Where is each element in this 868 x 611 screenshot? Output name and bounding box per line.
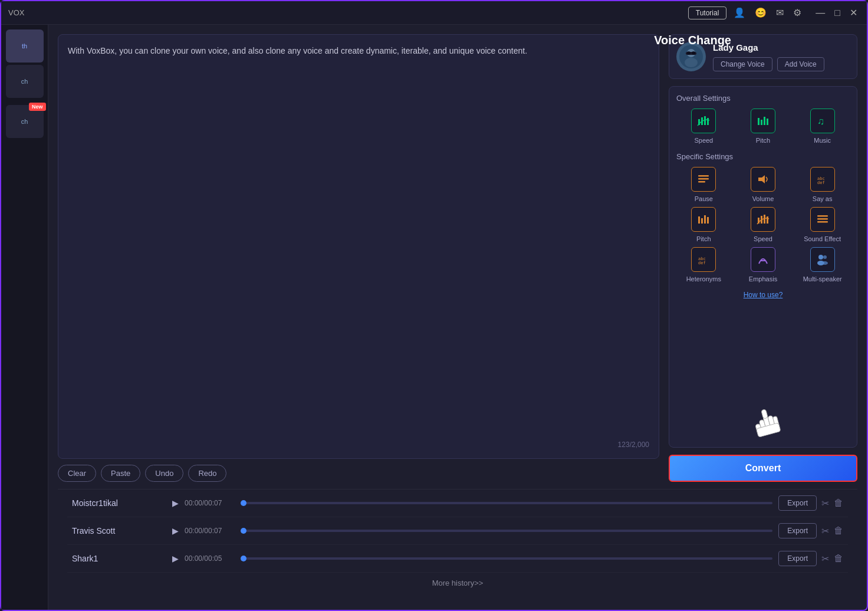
scissor-icon-0[interactable]: ✂	[821, 498, 829, 509]
tutorial-button[interactable]: Tutorial	[688, 6, 727, 19]
undo-button[interactable]: Undo	[145, 465, 183, 482]
settings-panel: Overall Settings Speed	[669, 86, 857, 448]
sound-effect-label: Sound Effect	[804, 235, 841, 242]
pitch2-label: Pitch	[696, 235, 711, 242]
content-area: With VoxBox, you can clone your own voic…	[48, 25, 867, 610]
scissor-icon-2[interactable]: ✂	[821, 553, 829, 564]
svg-point-3	[687, 51, 691, 55]
svg-rect-23	[701, 218, 703, 224]
setting-pitch[interactable]: Pitch	[736, 109, 791, 144]
progress-dot-0	[241, 500, 246, 506]
pitch-label: Pitch	[756, 137, 770, 144]
time-display-1: 00:00/00:07	[185, 527, 238, 535]
play-button-1[interactable]: ▶	[172, 526, 179, 536]
minimize-button[interactable]: —	[813, 7, 827, 18]
add-voice-button[interactable]: Add Voice	[777, 57, 824, 71]
export-button-0[interactable]: Export	[778, 495, 817, 511]
voice-name: Lady Gaga	[713, 42, 850, 52]
sidebar-label-2: ch	[21, 78, 28, 85]
svg-marker-19	[758, 175, 765, 183]
maximize-button[interactable]: □	[832, 7, 843, 18]
multi-speaker-label: Multi-speaker	[803, 275, 842, 282]
sidebar-item-3[interactable]: ch New	[6, 105, 44, 138]
history-name-1: Travis Scott	[72, 526, 166, 536]
overall-settings-title: Overall Settings	[676, 94, 850, 103]
export-button-2[interactable]: Export	[778, 551, 817, 566]
change-voice-button[interactable]: Change Voice	[713, 57, 772, 71]
setting-heteronyms[interactable]: abcdef Heteronyms	[676, 247, 731, 282]
setting-music[interactable]: ♫ Music	[795, 109, 850, 144]
text-editor[interactable]: With VoxBox, you can clone your own voic…	[58, 34, 659, 459]
pause-icon	[691, 167, 716, 192]
speed2-label: Speed	[754, 235, 772, 242]
clear-button[interactable]: Clear	[58, 465, 96, 482]
setting-multi-speaker[interactable]: Multi-speaker	[795, 247, 850, 282]
svg-rect-32	[817, 221, 828, 223]
svg-rect-9	[704, 116, 706, 125]
history-item-0: Moistcr1tikal ▶ 00:00/00:07 Export ✂ 🗑	[67, 490, 848, 517]
svg-text:♫: ♫	[817, 116, 824, 126]
multi-speaker-icon	[810, 247, 835, 272]
svg-rect-31	[817, 218, 828, 220]
history-actions-1: Export ✂ 🗑	[778, 523, 843, 538]
voice-buttons: Change Voice Add Voice	[713, 57, 850, 71]
right-panel: Lady Gaga Change Voice Add Voice Overall…	[669, 34, 857, 482]
delete-icon-1[interactable]: 🗑	[834, 525, 843, 536]
paste-button[interactable]: Paste	[101, 465, 140, 482]
emoji-icon[interactable]: 😊	[752, 7, 769, 18]
scissor-icon-1[interactable]: ✂	[821, 525, 829, 537]
emphasis-label: Emphasis	[749, 275, 777, 282]
svg-rect-29	[767, 216, 768, 224]
how-to-use-link[interactable]: How to use?	[676, 291, 850, 299]
export-button-1[interactable]: Export	[778, 523, 817, 538]
music-label: Music	[814, 137, 831, 144]
setting-speed[interactable]: Speed	[676, 109, 731, 144]
sidebar-item-1[interactable]: th	[6, 29, 44, 63]
mail-icon[interactable]: ✉	[774, 7, 786, 18]
history-item-1: Travis Scott ▶ 00:00/00:07 Export ✂ 🗑	[67, 517, 848, 545]
sidebar-label-3: ch	[21, 118, 28, 125]
svg-rect-5	[691, 52, 692, 54]
sidebar: th ch ch New	[1, 25, 48, 610]
delete-icon-2[interactable]: 🗑	[834, 553, 843, 564]
svg-point-35	[818, 255, 823, 259]
setting-say-as[interactable]: abcdef Say as	[795, 167, 850, 202]
svg-rect-11	[758, 118, 760, 125]
play-button-2[interactable]: ▶	[172, 554, 179, 563]
time-display-2: 00:00/00:05	[185, 554, 238, 563]
setting-speed2[interactable]: Speed	[736, 207, 791, 242]
svg-rect-14	[767, 119, 768, 125]
redo-button[interactable]: Redo	[188, 465, 226, 482]
voice-info: Lady Gaga Change Voice Add Voice	[713, 42, 850, 71]
close-button[interactable]: ✕	[847, 7, 860, 18]
history-actions-0: Export ✂ 🗑	[778, 495, 843, 511]
main-layout: th ch ch New With VoxBox, you can clone …	[1, 25, 867, 610]
setting-sound-effect[interactable]: Sound Effect	[795, 207, 850, 242]
speed-icon	[691, 109, 716, 133]
svg-rect-17	[698, 178, 709, 180]
sidebar-item-2[interactable]: ch	[6, 65, 44, 98]
pause-label: Pause	[695, 195, 713, 202]
history-section: Moistcr1tikal ▶ 00:00/00:07 Export ✂ 🗑 T…	[58, 489, 857, 600]
progress-bar-0[interactable]	[244, 502, 772, 504]
svg-rect-13	[764, 117, 765, 125]
settings-icon[interactable]: ⚙	[791, 7, 804, 18]
svg-rect-10	[707, 118, 709, 125]
more-history-link[interactable]: More history>>	[67, 573, 848, 593]
svg-text:def: def	[817, 180, 825, 185]
sound-effect-icon	[810, 207, 835, 232]
setting-emphasis[interactable]: Emphasis	[736, 247, 791, 282]
setting-pause[interactable]: Pause	[676, 167, 731, 202]
delete-icon-0[interactable]: 🗑	[834, 498, 843, 508]
overall-settings-grid: Speed Pitch	[676, 109, 850, 144]
play-button-0[interactable]: ▶	[172, 498, 179, 508]
progress-bar-1[interactable]	[244, 530, 772, 532]
volume-label: Volume	[752, 195, 774, 202]
progress-bar-2[interactable]	[244, 557, 772, 560]
setting-volume[interactable]: Volume	[736, 167, 791, 202]
convert-button[interactable]: Convert	[669, 455, 857, 482]
history-name-0: Moistcr1tikal	[72, 498, 166, 508]
user-icon[interactable]: 👤	[731, 7, 748, 18]
setting-pitch2[interactable]: Pitch	[676, 207, 731, 242]
speed-label: Speed	[694, 137, 713, 144]
